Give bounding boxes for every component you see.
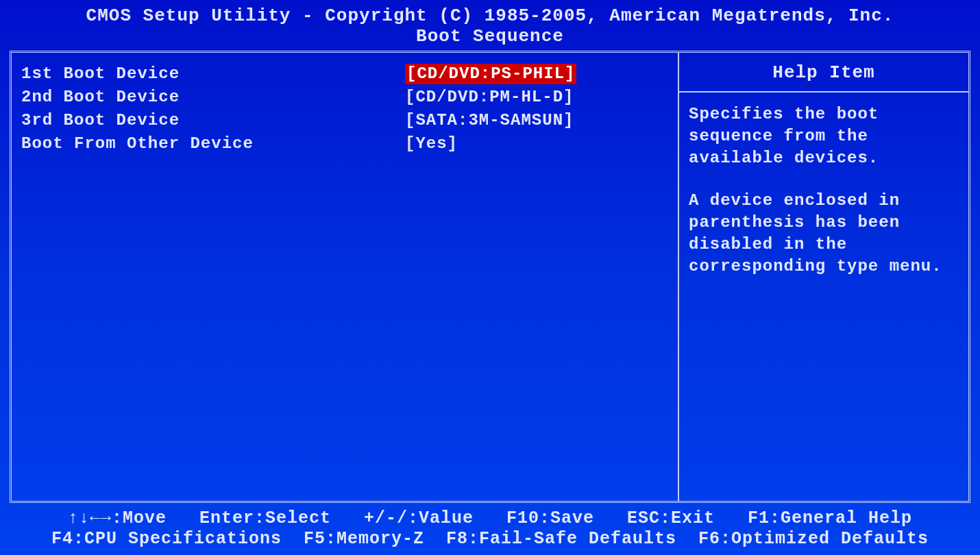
boot-device-3-label: 3rd Boot Device xyxy=(21,110,405,131)
boot-device-2-value[interactable]: [CD/DVD:PM-HL-D] xyxy=(405,87,574,108)
footer-line-2: F4:CPU Specifications F5:Memory-Z F8:Fai… xyxy=(7,529,973,550)
footer-line-1: ↑↓←→:Move Enter:Select +/-/:Value F10:Sa… xyxy=(7,508,973,529)
help-paragraph-1: Specifies the boot sequence from the ava… xyxy=(689,103,959,169)
boot-device-3-value[interactable]: [SATA:3M-SAMSUN] xyxy=(405,110,574,131)
bios-screen: CMOS Setup Utility - Copyright (C) 1985-… xyxy=(0,0,980,555)
boot-other-row[interactable]: Boot From Other Device [Yes] xyxy=(21,132,668,156)
help-pane: Help Item Specifies the boot sequence fr… xyxy=(679,53,968,501)
header: CMOS Setup Utility - Copyright (C) 1985-… xyxy=(7,5,973,49)
boot-device-3-row[interactable]: 3rd Boot Device [SATA:3M-SAMSUN] xyxy=(21,109,668,132)
footer-keys: ↑↓←→:Move Enter:Select +/-/:Value F10:Sa… xyxy=(7,504,973,550)
help-body: Specifies the boot sequence from the ava… xyxy=(679,92,968,309)
boot-other-label: Boot From Other Device xyxy=(21,134,405,154)
boot-device-2-row[interactable]: 2nd Boot Device [CD/DVD:PM-HL-D] xyxy=(21,86,668,109)
page-title: Boot Sequence xyxy=(7,26,973,47)
help-title: Help Item xyxy=(679,53,968,92)
settings-pane: 1st Boot Device [CD/DVD:PS-PHIL] 2nd Boo… xyxy=(12,53,679,501)
boot-other-value[interactable]: [Yes] xyxy=(405,134,458,154)
boot-device-2-label: 2nd Boot Device xyxy=(21,87,405,108)
boot-device-1-row[interactable]: 1st Boot Device [CD/DVD:PS-PHIL] xyxy=(21,62,668,86)
copyright-line: CMOS Setup Utility - Copyright (C) 1985-… xyxy=(7,5,973,26)
boot-device-1-value[interactable]: [CD/DVD:PS-PHIL] xyxy=(405,64,576,84)
help-paragraph-2: A device enclosed in parenthesis has bee… xyxy=(689,190,959,278)
boot-device-1-label: 1st Boot Device xyxy=(21,64,405,84)
main-panel: 1st Boot Device [CD/DVD:PS-PHIL] 2nd Boo… xyxy=(10,51,970,503)
